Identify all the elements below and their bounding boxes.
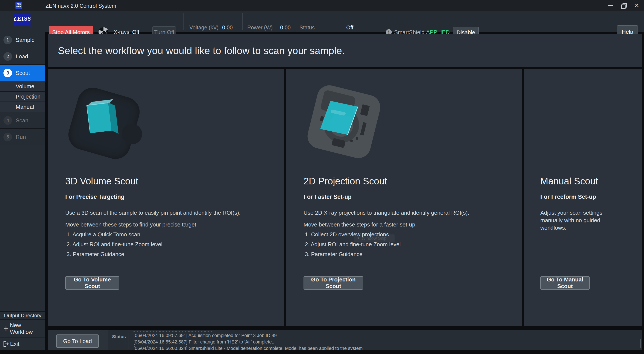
card-title: 3D Volume Scout (65, 176, 138, 186)
new-workflow-button[interactable]: + New Workflow (0, 320, 45, 337)
volume-scout-illustration (48, 69, 284, 170)
toolbar-divider (242, 13, 243, 30)
sidebar-item-label: Scan (16, 117, 28, 124)
go-to-volume-scout-button[interactable]: Go To Volume Scout (65, 276, 119, 290)
power-value: 0.00 (280, 24, 291, 31)
sidebar-item-label: Run (16, 134, 26, 140)
output-directory-item[interactable]: Output Directory (0, 311, 45, 320)
restore-button[interactable] (618, 0, 630, 11)
sidebar-item-label: Projection (16, 94, 40, 100)
close-button[interactable]: ✕ (631, 0, 643, 11)
status-divider (128, 333, 129, 349)
sidebar-item-label: Volume (16, 83, 34, 90)
go-to-load-button[interactable]: Go To Load (56, 334, 99, 348)
step-number-badge: 1 (4, 36, 12, 44)
sidebar-item-run: 5 Run (0, 129, 45, 145)
roi-3d-box-graphic (86, 100, 122, 134)
output-directory-label: Output Directory (4, 312, 42, 318)
status-value: Off (346, 24, 353, 31)
card-step-2: 2. Adjust ROI and fine-tune Zoom level (66, 241, 162, 248)
sidebar-item-sample[interactable]: 1 Sample (0, 32, 45, 48)
toolbar-divider (183, 13, 184, 30)
zeiss-logo-text: ZEISS (14, 16, 30, 28)
new-workflow-label: New Workflow (10, 322, 45, 335)
app-icon: ZEN navx (16, 2, 22, 9)
sidebar-item-volume[interactable]: Volume (0, 81, 45, 92)
card-subtitle: For Freeform Set-up (540, 194, 596, 200)
exit-label: Exit (10, 340, 19, 347)
sidebar-item-manual[interactable]: Manual (0, 102, 45, 112)
step-number-badge: 5 (4, 133, 12, 141)
go-to-projection-scout-button[interactable]: Go To Projection Scout (304, 276, 363, 290)
volume-scout-card: 3D Volume Scout For Precise Targeting Us… (48, 69, 284, 326)
sidebar-item-label: Sample (16, 36, 34, 43)
card-description: Adjust your scan settings manually with … (540, 209, 602, 232)
zeiss-logo: ZEISS (14, 14, 30, 28)
step-number-badge: 2 (4, 52, 12, 61)
sidebar-item-scan: 4 Scan (0, 112, 45, 129)
sidebar-item-label: Scout (16, 70, 30, 76)
sidebar-item-load[interactable]: 2 Load (0, 48, 45, 65)
ghost-dot-icon (358, 238, 359, 239)
card-subtitle: For Faster Set-up (304, 194, 352, 200)
status-log-scrollbar[interactable] (640, 339, 641, 348)
window-snip-ghost-tooltip: Window Snip (354, 234, 394, 242)
ghost-tooltip-label: Window Snip (362, 236, 386, 241)
exit-button[interactable]: Exit (0, 337, 45, 350)
status-log-line: [06/04/2024 16:55:42.587] Filter change … (134, 340, 274, 345)
zen-navx-app-window: ZEN navx ZEN navx 2.0 Control System ✕ Z… (0, 0, 644, 354)
close-icon: ✕ (634, 2, 639, 8)
app-icon-line1: ZEN (17, 4, 21, 6)
app-icon-line2: navx (16, 6, 21, 8)
sidebar-item-projection[interactable]: Projection (0, 92, 45, 102)
exit-icon (3, 341, 9, 347)
card-title: Manual Scout (540, 176, 598, 186)
card-subtitle: For Precise Targeting (65, 194, 124, 200)
card-step-1: 1. Acquire a Quick Tomo scan (66, 231, 140, 238)
status-log-clipped-line (134, 331, 212, 332)
sidebar-item-label: Load (16, 53, 28, 60)
card-steps-intro: Move between these steps to find your pr… (65, 221, 198, 228)
voltage-value: 0.00 (222, 24, 233, 31)
toolbar-divider (382, 13, 382, 30)
status-label: Status (300, 24, 315, 31)
sidebar-item-label: Manual (16, 104, 34, 110)
card-description: Use 2D X-ray projections to triangulate … (304, 209, 469, 216)
minimize-button[interactable] (604, 0, 616, 11)
voltage-label: Voltage (kV) (189, 24, 218, 31)
card-title: 2D Projection Scout (304, 176, 387, 186)
workflow-sidebar: 1 Sample 2 Load 3 Scout Volume Projectio… (0, 32, 45, 350)
step-number-badge: 4 (4, 116, 12, 125)
sample-device-graphic (122, 124, 142, 144)
projection-scout-illustration (286, 69, 522, 170)
minimize-icon (608, 5, 613, 6)
card-step-3: 3. Parameter Guidance (66, 251, 124, 258)
power-label: Power (W) (247, 24, 273, 31)
taskbar-edge (0, 350, 644, 354)
toolbar: ZEISS Stop All Motors X-rays Off Turn Of… (0, 11, 644, 32)
status-log-label: Status (112, 334, 126, 339)
sidebar-item-scout[interactable]: 3 Scout (0, 65, 45, 81)
page-title: Select the workflow you would like to fo… (58, 45, 345, 56)
go-to-manual-scout-button[interactable]: Go To Manual Scout (540, 276, 590, 290)
card-step-3: 3. Parameter Guidance (305, 251, 362, 258)
toolbar-divider (561, 13, 561, 30)
titlebar: ZEN navx ZEN navx 2.0 Control System ✕ (0, 0, 644, 11)
window-title: ZEN navx 2.0 Control System (46, 3, 116, 9)
manual-scout-card: Manual Scout For Freeform Set-up Adjust … (524, 69, 642, 326)
step-number-badge: 3 (4, 69, 12, 77)
status-log-line: [06/04/2024 16:09:57.691] Acquisition co… (134, 333, 277, 338)
plus-icon: + (4, 324, 8, 334)
toolbar-divider (295, 13, 296, 30)
projection-scout-card: 2D Projection Scout For Faster Set-up Us… (286, 69, 522, 326)
workflow-header: Select the workflow you would like to fo… (48, 34, 642, 67)
card-description: Use a 3D scan of the sample to easily pi… (65, 209, 241, 216)
card-steps-intro: Move between these steps for a faster se… (304, 221, 417, 228)
restore-icon (621, 3, 626, 8)
